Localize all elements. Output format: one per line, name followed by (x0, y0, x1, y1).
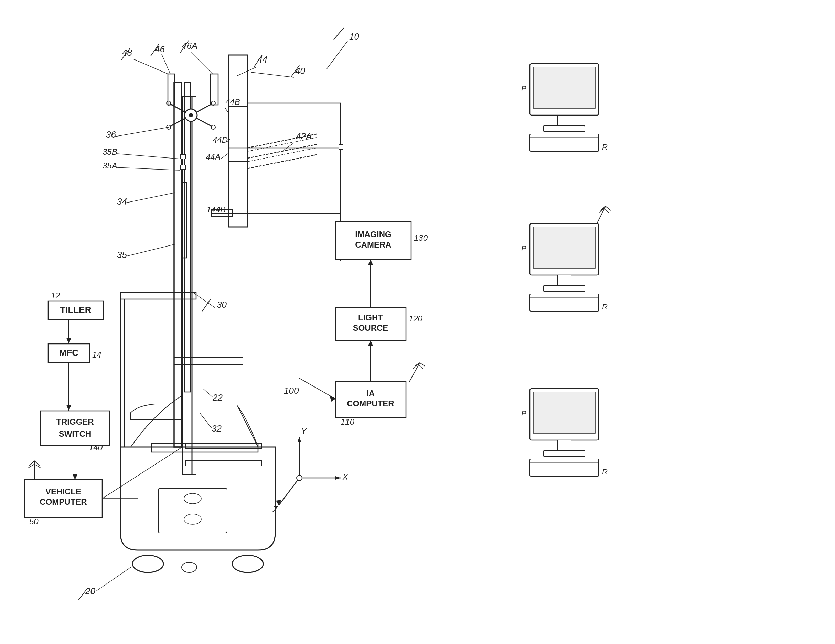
svg-rect-134 (544, 451, 585, 457)
svg-text:CAMERA: CAMERA (355, 240, 391, 249)
svg-text:40: 40 (295, 66, 305, 76)
svg-rect-121 (544, 286, 585, 292)
svg-text:30: 30 (217, 300, 227, 310)
svg-text:144B: 144B (206, 205, 226, 214)
svg-text:P: P (521, 244, 526, 253)
svg-rect-45 (339, 144, 343, 149)
svg-text:50: 50 (29, 517, 39, 526)
svg-text:R: R (602, 467, 608, 476)
svg-text:Y: Y (301, 427, 307, 436)
svg-rect-18 (180, 155, 186, 159)
svg-text:36: 36 (106, 129, 116, 140)
svg-text:COMPUTER: COMPUTER (39, 497, 87, 506)
svg-text:35: 35 (117, 250, 127, 260)
svg-text:130: 130 (414, 233, 428, 242)
svg-text:TILLER: TILLER (60, 305, 91, 315)
svg-text:R: R (602, 303, 608, 311)
svg-text:VEHICLE: VEHICLE (45, 487, 81, 496)
svg-text:35B: 35B (102, 147, 117, 156)
svg-text:46: 46 (155, 44, 165, 54)
svg-text:SWITCH: SWITCH (59, 429, 91, 438)
svg-text:44D: 44D (213, 135, 228, 144)
svg-text:110: 110 (341, 417, 355, 427)
svg-text:Z: Z (272, 505, 278, 514)
svg-rect-114 (530, 134, 599, 151)
svg-text:10: 10 (349, 31, 359, 42)
svg-text:P: P (521, 409, 526, 418)
svg-text:COMPUTER: COMPUTER (347, 399, 394, 408)
svg-text:LIGHT: LIGHT (358, 313, 383, 322)
svg-text:35A: 35A (102, 161, 117, 170)
svg-rect-113 (544, 125, 585, 132)
svg-text:44A: 44A (206, 152, 221, 162)
svg-text:22: 22 (212, 392, 223, 402)
svg-rect-111 (533, 67, 595, 108)
svg-text:P: P (521, 84, 526, 93)
svg-rect-132 (533, 392, 595, 433)
main-diagram: TILLER 12 MFC 14 TRIGGER SWITCH 140 VEHI… (0, 0, 835, 644)
svg-text:34: 34 (117, 196, 127, 207)
svg-text:R: R (602, 143, 608, 151)
svg-point-26 (211, 125, 215, 129)
svg-rect-120 (557, 275, 571, 286)
svg-text:TRIGGER: TRIGGER (56, 417, 94, 427)
svg-rect-19 (180, 165, 186, 169)
svg-rect-112 (557, 115, 571, 125)
svg-rect-119 (533, 227, 595, 268)
svg-text:42A: 42A (296, 131, 312, 141)
svg-text:140: 140 (89, 443, 103, 452)
svg-rect-55 (41, 411, 109, 445)
svg-text:X: X (342, 472, 349, 481)
svg-point-24 (189, 113, 193, 117)
svg-text:100: 100 (284, 385, 299, 396)
svg-rect-122 (530, 294, 599, 311)
svg-text:46A: 46A (182, 41, 198, 51)
svg-text:12: 12 (51, 291, 60, 300)
svg-text:IA: IA (366, 389, 375, 398)
svg-text:IMAGING: IMAGING (355, 230, 391, 239)
svg-text:32: 32 (211, 423, 222, 433)
svg-point-106 (297, 475, 302, 481)
svg-text:14: 14 (92, 350, 101, 359)
svg-text:MFC: MFC (59, 348, 79, 358)
svg-rect-135 (530, 459, 599, 476)
svg-rect-133 (557, 440, 571, 451)
svg-text:20: 20 (85, 586, 95, 596)
svg-text:SOURCE: SOURCE (353, 323, 388, 333)
svg-text:44B: 44B (225, 97, 240, 107)
svg-text:120: 120 (409, 314, 423, 323)
